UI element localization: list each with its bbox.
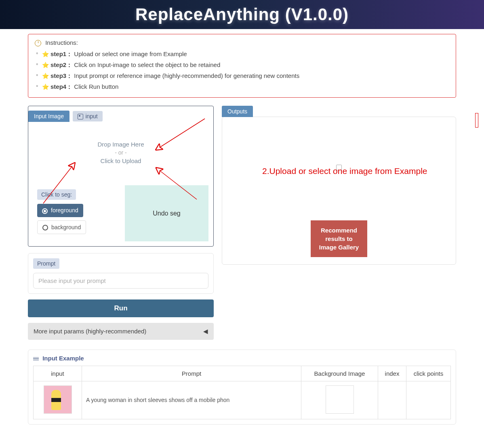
drop-or: - or - bbox=[37, 149, 204, 156]
list-icon bbox=[33, 356, 39, 362]
col-index: index bbox=[378, 366, 406, 381]
col-bg-image: Background Image bbox=[301, 366, 378, 381]
image-dropzone[interactable]: Drop Image Here - or - Click to Upload bbox=[33, 125, 208, 180]
col-input: input bbox=[34, 366, 82, 381]
table-header-row: input Prompt Background Image index clic… bbox=[34, 366, 451, 381]
app-title: ReplaceAnything (V1.0.0) bbox=[0, 5, 484, 24]
drop-text: Drop Image Here bbox=[37, 141, 204, 148]
bg-thumbnail-blank bbox=[326, 385, 354, 414]
background-radio[interactable]: background bbox=[37, 220, 86, 234]
seg-controls: Click to seg: foreground background bbox=[33, 185, 125, 241]
prompt-panel: Prompt bbox=[28, 253, 214, 294]
input-tag: input bbox=[73, 111, 102, 121]
more-params-accordion[interactable]: More input params (highly-recommended) ◀ bbox=[28, 323, 214, 340]
annotation-box bbox=[475, 113, 478, 128]
star-icon: ⭐ bbox=[42, 51, 49, 57]
input-image-label: Input Image bbox=[28, 111, 69, 122]
seg-label: Click to seg: bbox=[37, 189, 76, 200]
input-example-section: Input Example input Prompt Background Im… bbox=[28, 350, 456, 425]
table-row[interactable]: A young woman in short sleeves shows off… bbox=[34, 381, 451, 419]
prompt-tag: Prompt bbox=[33, 258, 59, 269]
input-image-panel: Input Image input Drop Image Here - or -… bbox=[28, 106, 214, 247]
instruction-step-3: ⭐step3： Input prompt or reference image … bbox=[42, 71, 449, 82]
star-icon: ⭐ bbox=[42, 73, 49, 79]
annotation-text: 2.Upload or select one image from Exampl… bbox=[262, 166, 427, 176]
example-thumbnail bbox=[44, 385, 72, 414]
run-button[interactable]: Run bbox=[28, 299, 214, 317]
instruction-step-1: ⭐step1： Upload or select one image from … bbox=[42, 49, 449, 60]
instructions-title: Instructions: bbox=[35, 39, 449, 46]
star-icon: ⭐ bbox=[42, 84, 49, 90]
app-header: ReplaceAnything (V1.0.0) bbox=[0, 0, 484, 29]
col-click-points: click points bbox=[406, 366, 451, 381]
radio-dot-icon bbox=[42, 208, 48, 214]
undo-seg-button[interactable]: Undo seg bbox=[125, 185, 208, 241]
instructions-panel: Instructions: ⭐step1： Upload or select o… bbox=[28, 34, 456, 98]
cell-prompt: A young woman in short sleeves shows off… bbox=[82, 381, 301, 419]
star-icon: ⭐ bbox=[42, 62, 49, 68]
radio-dot-icon bbox=[42, 225, 48, 230]
example-table: input Prompt Background Image index clic… bbox=[33, 366, 451, 419]
image-icon bbox=[78, 114, 83, 119]
cell-input-thumb bbox=[34, 381, 82, 419]
instruction-step-4: ⭐step4： Click Run button bbox=[42, 82, 449, 92]
instruction-step-2: ⭐step2： Click on Input-image to select t… bbox=[42, 60, 449, 71]
cell-click-points bbox=[406, 381, 451, 419]
clock-icon bbox=[35, 40, 41, 46]
cell-index bbox=[378, 381, 406, 419]
recommend-button[interactable]: Recommend results to Image Gallery bbox=[311, 220, 367, 257]
prompt-input[interactable] bbox=[33, 273, 208, 289]
col-prompt: Prompt bbox=[82, 366, 301, 381]
outputs-panel: Recommend results to Image Gallery bbox=[222, 117, 456, 265]
foreground-radio[interactable]: foreground bbox=[37, 204, 83, 217]
input-example-title: Input Example bbox=[33, 355, 451, 362]
outputs-label: Outputs bbox=[222, 106, 253, 117]
accordion-arrow-icon: ◀ bbox=[203, 328, 208, 335]
click-upload-text: Click to Upload bbox=[37, 157, 204, 164]
cell-bg-thumb bbox=[301, 381, 378, 419]
